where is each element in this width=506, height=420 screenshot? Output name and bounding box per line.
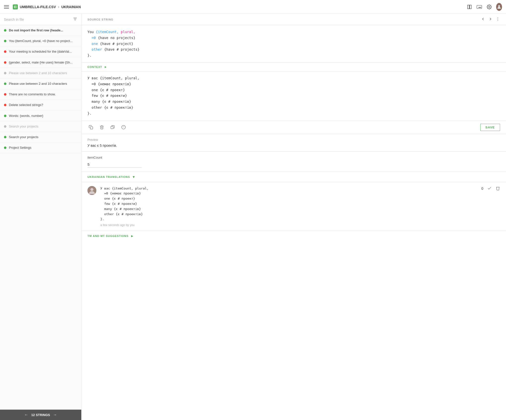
translation-actions: SAVE <box>82 121 506 134</box>
top-nav-right <box>466 4 502 10</box>
entry-actions: 0 <box>481 186 500 191</box>
svg-point-26 <box>90 188 93 191</box>
top-nav: f UMBRELLA-FILE.CSV › UKRAINIAN <box>0 0 506 14</box>
status-dot <box>4 147 6 149</box>
sidebar-item[interactable]: Search your projects <box>0 121 81 132</box>
context-chevron-icon: ► <box>104 65 107 69</box>
item-count-input[interactable] <box>87 161 142 168</box>
sidebar-item[interactable]: Project Settings <box>0 143 81 153</box>
sidebar-item-text: Your meeting is scheduled for the {dateV… <box>9 49 72 54</box>
svg-point-17 <box>498 18 498 18</box>
sidebar-item-text: Delete selected strings? <box>9 103 43 107</box>
layout-icon[interactable] <box>466 4 472 10</box>
source-nav-icons <box>481 17 500 22</box>
suggestions-label: TM AND MT SUGGESTIONS <box>87 234 128 237</box>
source-line-3: one {have # project} <box>87 41 500 47</box>
status-dot <box>4 136 6 138</box>
translation-entry: У вас {itemCount, plural, =0 {немає прое… <box>82 182 506 231</box>
next-button[interactable]: → <box>52 412 58 418</box>
source-line-5: }. <box>87 53 500 59</box>
sidebar-item[interactable]: Your meeting is scheduled for the {dateV… <box>0 46 81 57</box>
status-dot <box>4 61 6 64</box>
prev-string-icon[interactable] <box>481 17 485 22</box>
sidebar-item[interactable]: Words: {words, number} <box>0 111 81 121</box>
sidebar-item[interactable]: Please use between 2 and 10 characters <box>0 79 81 89</box>
source-line-2: =0 {have no projects} <box>87 35 500 41</box>
vote-count: 0 <box>481 187 483 190</box>
sidebar-item-text: Search your projects <box>9 124 38 129</box>
settings-icon[interactable] <box>486 4 492 10</box>
sidebar-search-bar <box>0 14 81 25</box>
copy-source-button[interactable] <box>87 124 94 131</box>
breadcrumb-chevron: › <box>58 4 59 9</box>
search-input[interactable] <box>4 18 73 21</box>
breadcrumb: f UMBRELLA-FILE.CSV › UKRAINIAN <box>13 4 466 9</box>
sidebar-item[interactable]: Do not import the first row (heade... <box>0 25 81 36</box>
translation-text[interactable]: У вас {itemCount, plural, =0 {немає прое… <box>87 75 500 117</box>
sidebar-item[interactable]: There are no comments to show. <box>0 89 81 100</box>
prev-button[interactable]: ← <box>23 412 29 418</box>
approve-icon[interactable] <box>487 186 492 191</box>
sidebar-item-text: Please use between 2 and 10 characters <box>9 82 67 86</box>
file-icon: f <box>13 4 18 9</box>
user-avatar[interactable] <box>496 4 502 10</box>
translations-header[interactable]: UKRAINIAN TRANSLATIONS ▼ <box>82 172 506 182</box>
filter-icon[interactable] <box>73 17 77 22</box>
delete-button[interactable] <box>98 124 105 131</box>
translator-avatar <box>87 186 96 195</box>
status-dot <box>4 93 6 96</box>
svg-point-12 <box>489 6 490 7</box>
status-dot <box>4 72 6 74</box>
source-line-4: other {have # projects} <box>87 47 500 53</box>
svg-rect-20 <box>90 127 93 129</box>
main-panel: SOURCE STRING You {itemCount, plural, =0… <box>82 14 506 420</box>
clone-button[interactable] <box>109 124 116 131</box>
hamburger-menu[interactable] <box>4 5 9 9</box>
context-toggle[interactable]: CONTEXT ► <box>82 63 506 71</box>
svg-point-13 <box>498 5 500 7</box>
sidebar-list: Do not import the first row (heade... Yo… <box>0 25 81 410</box>
status-dot <box>4 29 6 32</box>
svg-rect-4 <box>477 5 482 8</box>
entry-content: У вас {itemCount, plural, =0 {немає прое… <box>100 186 477 227</box>
svg-rect-3 <box>470 5 471 9</box>
sidebar-footer: ← 12 STRINGS → <box>0 410 81 420</box>
save-button[interactable]: SAVE <box>480 124 500 131</box>
info-button[interactable] <box>120 124 127 131</box>
suggestions-header[interactable]: TM AND MT SUGGESTIONS ► <box>82 231 506 241</box>
svg-rect-21 <box>111 126 113 129</box>
sidebar-item[interactable]: You {itemCount, plural, =0 {have no proj… <box>0 36 81 46</box>
status-dot <box>4 104 6 106</box>
ukrainian-translations-label: UKRAINIAN TRANSLATIONS <box>87 175 130 178</box>
item-count-section: itemCount <box>82 152 506 172</box>
status-dot <box>4 115 6 117</box>
svg-point-19 <box>498 20 498 21</box>
source-code-block: You {itemCount, plural, =0 {have no proj… <box>82 25 506 63</box>
sidebar-item-text: {gender, select, male {He uses} female {… <box>9 60 73 65</box>
translations-chevron-icon: ▼ <box>132 175 135 179</box>
suggestions-chevron-icon: ► <box>130 234 134 238</box>
source-string-label: SOURCE STRING <box>87 18 113 21</box>
main-content: Do not import the first row (heade... Yo… <box>0 14 506 420</box>
status-dot <box>4 83 6 85</box>
sidebar-item[interactable]: Search your projects <box>0 132 81 143</box>
keyboard-icon[interactable] <box>476 4 482 10</box>
translation-area[interactable]: У вас {itemCount, plural, =0 {немає прое… <box>82 71 506 121</box>
status-dot <box>4 125 6 128</box>
sidebar-item[interactable]: Delete selected strings? <box>0 100 81 110</box>
sidebar-item[interactable]: Please use between 2 and 10 characters <box>0 68 81 79</box>
more-options-icon[interactable] <box>496 17 500 22</box>
sidebar-item-text: Search your projects <box>9 135 38 139</box>
sidebar-item[interactable]: {gender, select, male {He uses} female {… <box>0 57 81 68</box>
delete-entry-icon[interactable] <box>496 186 500 191</box>
sidebar-item-text: Project Settings <box>9 146 31 150</box>
svg-point-18 <box>498 19 498 19</box>
preview-section: Preview У вас є 5 проектів. <box>82 134 506 152</box>
strings-count: 12 STRINGS <box>31 413 50 417</box>
sidebar: Do not import the first row (heade... Yo… <box>0 14 82 420</box>
sidebar-item-text: Do not import the first row (heade... <box>9 28 63 33</box>
next-string-icon[interactable] <box>488 17 493 22</box>
file-name: UMBRELLA-FILE.CSV <box>20 5 56 9</box>
entry-translation-text: У вас {itemCount, plural, =0 {немає прое… <box>100 186 477 222</box>
preview-label: Preview <box>87 138 500 142</box>
